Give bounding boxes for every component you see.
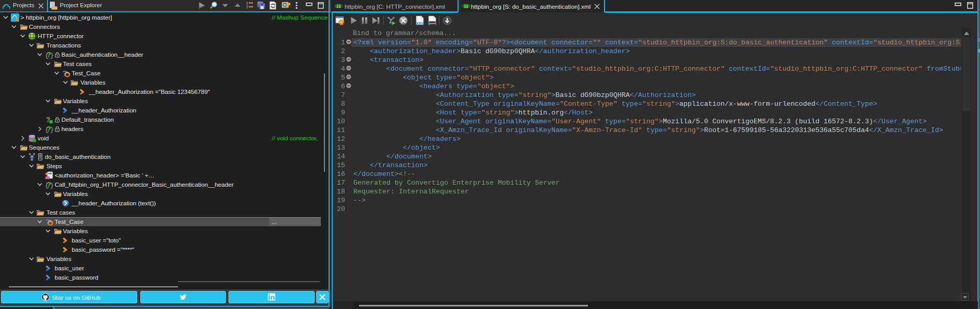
svg-text:xml: xml xyxy=(416,21,424,26)
svg-text:json: json xyxy=(429,22,435,25)
